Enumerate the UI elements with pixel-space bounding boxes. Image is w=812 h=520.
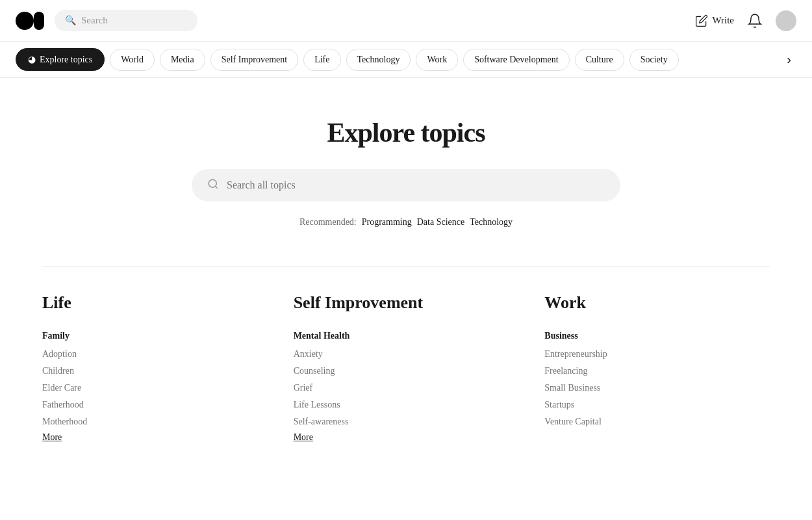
header-right: Write bbox=[695, 10, 796, 31]
recommended-technology[interactable]: Technology bbox=[470, 217, 513, 228]
nav-topic-work[interactable]: Work bbox=[416, 49, 458, 71]
nav-topic-culture[interactable]: Culture bbox=[575, 49, 624, 71]
nav-topic-technology[interactable]: Technology bbox=[346, 49, 411, 71]
subcategory-business: Business Entrepreneurship Freelancing Sm… bbox=[544, 331, 770, 428]
topic-small-business[interactable]: Small Business bbox=[544, 382, 770, 395]
topic-startups[interactable]: Startups bbox=[544, 398, 770, 411]
pencil-icon bbox=[695, 14, 708, 27]
medium-logo-icon bbox=[16, 12, 44, 30]
search-icon: 🔍 bbox=[65, 15, 76, 26]
nav-scroll-right-button[interactable]: › bbox=[781, 49, 796, 70]
topic-fatherhood[interactable]: Fatherhood bbox=[42, 398, 268, 411]
recommended-label: Recommended: bbox=[299, 217, 357, 228]
subcategory-mental-health-title: Mental Health bbox=[294, 331, 519, 341]
family-more-link[interactable]: More bbox=[42, 432, 62, 443]
topic-venture-capital[interactable]: Venture Capital bbox=[544, 415, 770, 428]
nav-topic-world[interactable]: World bbox=[110, 49, 155, 71]
svg-line-1 bbox=[215, 186, 217, 188]
category-self-improvement: Self Improvement Mental Health Anxiety C… bbox=[294, 293, 519, 456]
search-bar-label: Search bbox=[81, 15, 108, 26]
category-self-improvement-title: Self Improvement bbox=[294, 293, 519, 313]
topic-counseling[interactable]: Counseling bbox=[294, 365, 519, 378]
categories-grid: Life Family Adoption Children Elder Care… bbox=[42, 293, 770, 495]
business-topic-list: Entrepreneurship Freelancing Small Busin… bbox=[544, 348, 770, 428]
topic-self-awareness[interactable]: Self-awareness bbox=[294, 415, 519, 428]
hero-search-input[interactable] bbox=[227, 179, 605, 191]
topic-entrepreneurship[interactable]: Entrepreneurship bbox=[544, 348, 770, 361]
mental-health-topic-list: Anxiety Counseling Grief Life Lessons Se… bbox=[294, 348, 519, 428]
topic-children[interactable]: Children bbox=[42, 365, 268, 378]
write-button[interactable]: Write bbox=[695, 14, 734, 27]
divider bbox=[42, 266, 770, 267]
logo[interactable] bbox=[16, 12, 44, 30]
topic-freelancing[interactable]: Freelancing bbox=[544, 365, 770, 378]
subcategory-family-title: Family bbox=[42, 331, 268, 341]
recommended-data-science[interactable]: Data Science bbox=[417, 217, 464, 228]
nav-topic-life[interactable]: Life bbox=[303, 49, 340, 71]
explore-topics-pill[interactable]: ◕ Explore topics bbox=[16, 48, 105, 71]
category-life-title: Life bbox=[42, 293, 268, 313]
subcategory-mental-health: Mental Health Anxiety Counseling Grief L… bbox=[294, 331, 519, 443]
topic-motherhood[interactable]: Motherhood bbox=[42, 415, 268, 428]
topic-anxiety[interactable]: Anxiety bbox=[294, 348, 519, 361]
nav-topic-self-improvement[interactable]: Self Improvement bbox=[210, 49, 298, 71]
subcategory-family: Family Adoption Children Elder Care Fath… bbox=[42, 331, 268, 443]
notification-bell-icon[interactable] bbox=[747, 13, 763, 29]
avatar[interactable] bbox=[776, 10, 796, 31]
compass-icon: ◕ bbox=[28, 54, 36, 65]
topic-elder-care[interactable]: Elder Care bbox=[42, 382, 268, 395]
category-work-title: Work bbox=[544, 293, 770, 313]
explore-topics-label: Explore topics bbox=[40, 55, 92, 65]
topics-nav: ◕ Explore topics World Media Self Improv… bbox=[0, 42, 812, 78]
category-life: Life Family Adoption Children Elder Care… bbox=[42, 293, 268, 456]
hero-title: Explore topics bbox=[42, 117, 770, 148]
topic-adoption[interactable]: Adoption bbox=[42, 348, 268, 361]
nav-topic-media[interactable]: Media bbox=[160, 49, 205, 71]
header-search-bar[interactable]: 🔍 Search bbox=[55, 10, 197, 31]
recommended-row: Recommended: Programming Data Science Te… bbox=[42, 217, 770, 228]
main-content: Explore topics Recommended: Programming … bbox=[16, 78, 796, 495]
family-topic-list: Adoption Children Elder Care Fatherhood … bbox=[42, 348, 268, 428]
recommended-programming[interactable]: Programming bbox=[362, 217, 412, 228]
hero-search-bar[interactable] bbox=[192, 169, 620, 202]
subcategory-business-title: Business bbox=[544, 331, 770, 341]
hero-section: Explore topics Recommended: Programming … bbox=[42, 78, 770, 254]
topic-grief[interactable]: Grief bbox=[294, 382, 519, 395]
category-work: Work Business Entrepreneurship Freelanci… bbox=[544, 293, 770, 456]
header: 🔍 Search Write bbox=[0, 0, 812, 42]
hero-search-icon bbox=[207, 178, 219, 192]
svg-point-0 bbox=[209, 179, 216, 187]
write-label: Write bbox=[712, 15, 734, 26]
topic-life-lessons[interactable]: Life Lessons bbox=[294, 398, 519, 411]
nav-topic-society[interactable]: Society bbox=[629, 49, 679, 71]
nav-topic-software-development[interactable]: Software Development bbox=[463, 49, 569, 71]
mental-health-more-link[interactable]: More bbox=[294, 432, 313, 443]
